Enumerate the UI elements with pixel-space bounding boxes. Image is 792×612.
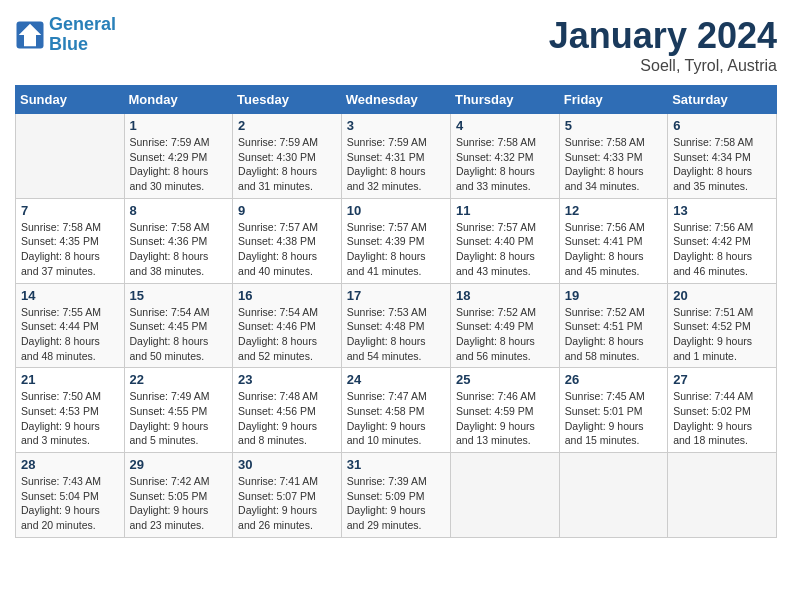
day-number: 15 bbox=[130, 288, 228, 303]
logo-line1: General bbox=[49, 14, 116, 34]
day-number: 16 bbox=[238, 288, 336, 303]
day-info: Sunrise: 7:58 AM Sunset: 4:32 PM Dayligh… bbox=[456, 135, 554, 194]
calendar-cell-2-1: 15Sunrise: 7:54 AM Sunset: 4:45 PM Dayli… bbox=[124, 283, 233, 368]
title-area: January 2024 Soell, Tyrol, Austria bbox=[549, 15, 777, 75]
calendar-cell-2-2: 16Sunrise: 7:54 AM Sunset: 4:46 PM Dayli… bbox=[233, 283, 342, 368]
calendar-cell-1-6: 13Sunrise: 7:56 AM Sunset: 4:42 PM Dayli… bbox=[668, 198, 777, 283]
calendar-cell-1-3: 10Sunrise: 7:57 AM Sunset: 4:39 PM Dayli… bbox=[341, 198, 450, 283]
day-info: Sunrise: 7:57 AM Sunset: 4:38 PM Dayligh… bbox=[238, 220, 336, 279]
weekday-header-wednesday: Wednesday bbox=[341, 86, 450, 114]
weekday-header-friday: Friday bbox=[559, 86, 667, 114]
calendar-cell-0-0 bbox=[16, 114, 125, 199]
calendar-row-0: 1Sunrise: 7:59 AM Sunset: 4:29 PM Daylig… bbox=[16, 114, 777, 199]
day-number: 17 bbox=[347, 288, 445, 303]
calendar-body: 1Sunrise: 7:59 AM Sunset: 4:29 PM Daylig… bbox=[16, 114, 777, 538]
day-number: 6 bbox=[673, 118, 771, 133]
day-info: Sunrise: 7:59 AM Sunset: 4:30 PM Dayligh… bbox=[238, 135, 336, 194]
logo-line2: Blue bbox=[49, 34, 88, 54]
day-info: Sunrise: 7:54 AM Sunset: 4:46 PM Dayligh… bbox=[238, 305, 336, 364]
calendar-cell-1-1: 8Sunrise: 7:58 AM Sunset: 4:36 PM Daylig… bbox=[124, 198, 233, 283]
day-number: 25 bbox=[456, 372, 554, 387]
day-number: 13 bbox=[673, 203, 771, 218]
day-info: Sunrise: 7:52 AM Sunset: 4:51 PM Dayligh… bbox=[565, 305, 662, 364]
day-number: 21 bbox=[21, 372, 119, 387]
calendar-cell-3-2: 23Sunrise: 7:48 AM Sunset: 4:56 PM Dayli… bbox=[233, 368, 342, 453]
calendar-cell-3-3: 24Sunrise: 7:47 AM Sunset: 4:58 PM Dayli… bbox=[341, 368, 450, 453]
calendar-cell-2-0: 14Sunrise: 7:55 AM Sunset: 4:44 PM Dayli… bbox=[16, 283, 125, 368]
day-info: Sunrise: 7:47 AM Sunset: 4:58 PM Dayligh… bbox=[347, 389, 445, 448]
day-info: Sunrise: 7:57 AM Sunset: 4:40 PM Dayligh… bbox=[456, 220, 554, 279]
calendar-table: SundayMondayTuesdayWednesdayThursdayFrid… bbox=[15, 85, 777, 538]
calendar-cell-3-6: 27Sunrise: 7:44 AM Sunset: 5:02 PM Dayli… bbox=[668, 368, 777, 453]
calendar-cell-3-4: 25Sunrise: 7:46 AM Sunset: 4:59 PM Dayli… bbox=[450, 368, 559, 453]
day-number: 18 bbox=[456, 288, 554, 303]
calendar-cell-2-4: 18Sunrise: 7:52 AM Sunset: 4:49 PM Dayli… bbox=[450, 283, 559, 368]
day-number: 26 bbox=[565, 372, 662, 387]
day-number: 10 bbox=[347, 203, 445, 218]
calendar-cell-2-6: 20Sunrise: 7:51 AM Sunset: 4:52 PM Dayli… bbox=[668, 283, 777, 368]
day-info: Sunrise: 7:59 AM Sunset: 4:29 PM Dayligh… bbox=[130, 135, 228, 194]
weekday-header-saturday: Saturday bbox=[668, 86, 777, 114]
day-number: 5 bbox=[565, 118, 662, 133]
day-number: 1 bbox=[130, 118, 228, 133]
calendar-cell-1-4: 11Sunrise: 7:57 AM Sunset: 4:40 PM Dayli… bbox=[450, 198, 559, 283]
day-info: Sunrise: 7:52 AM Sunset: 4:49 PM Dayligh… bbox=[456, 305, 554, 364]
day-number: 8 bbox=[130, 203, 228, 218]
day-info: Sunrise: 7:41 AM Sunset: 5:07 PM Dayligh… bbox=[238, 474, 336, 533]
weekday-header-thursday: Thursday bbox=[450, 86, 559, 114]
calendar-cell-4-0: 28Sunrise: 7:43 AM Sunset: 5:04 PM Dayli… bbox=[16, 453, 125, 538]
day-number: 12 bbox=[565, 203, 662, 218]
calendar-row-4: 28Sunrise: 7:43 AM Sunset: 5:04 PM Dayli… bbox=[16, 453, 777, 538]
calendar-title: January 2024 bbox=[549, 15, 777, 57]
logo-text: General Blue bbox=[49, 15, 116, 55]
day-number: 14 bbox=[21, 288, 119, 303]
logo-icon bbox=[15, 20, 45, 50]
day-number: 28 bbox=[21, 457, 119, 472]
weekday-header-tuesday: Tuesday bbox=[233, 86, 342, 114]
calendar-cell-1-5: 12Sunrise: 7:56 AM Sunset: 4:41 PM Dayli… bbox=[559, 198, 667, 283]
day-number: 30 bbox=[238, 457, 336, 472]
day-number: 22 bbox=[130, 372, 228, 387]
day-info: Sunrise: 7:57 AM Sunset: 4:39 PM Dayligh… bbox=[347, 220, 445, 279]
calendar-cell-0-3: 3Sunrise: 7:59 AM Sunset: 4:31 PM Daylig… bbox=[341, 114, 450, 199]
day-number: 31 bbox=[347, 457, 445, 472]
day-info: Sunrise: 7:48 AM Sunset: 4:56 PM Dayligh… bbox=[238, 389, 336, 448]
day-info: Sunrise: 7:43 AM Sunset: 5:04 PM Dayligh… bbox=[21, 474, 119, 533]
calendar-cell-1-2: 9Sunrise: 7:57 AM Sunset: 4:38 PM Daylig… bbox=[233, 198, 342, 283]
day-info: Sunrise: 7:44 AM Sunset: 5:02 PM Dayligh… bbox=[673, 389, 771, 448]
calendar-subtitle: Soell, Tyrol, Austria bbox=[549, 57, 777, 75]
calendar-cell-0-2: 2Sunrise: 7:59 AM Sunset: 4:30 PM Daylig… bbox=[233, 114, 342, 199]
day-info: Sunrise: 7:56 AM Sunset: 4:41 PM Dayligh… bbox=[565, 220, 662, 279]
day-info: Sunrise: 7:54 AM Sunset: 4:45 PM Dayligh… bbox=[130, 305, 228, 364]
calendar-row-1: 7Sunrise: 7:58 AM Sunset: 4:35 PM Daylig… bbox=[16, 198, 777, 283]
day-info: Sunrise: 7:42 AM Sunset: 5:05 PM Dayligh… bbox=[130, 474, 228, 533]
day-number: 27 bbox=[673, 372, 771, 387]
day-info: Sunrise: 7:49 AM Sunset: 4:55 PM Dayligh… bbox=[130, 389, 228, 448]
calendar-cell-3-5: 26Sunrise: 7:45 AM Sunset: 5:01 PM Dayli… bbox=[559, 368, 667, 453]
weekday-header-monday: Monday bbox=[124, 86, 233, 114]
calendar-cell-2-3: 17Sunrise: 7:53 AM Sunset: 4:48 PM Dayli… bbox=[341, 283, 450, 368]
day-number: 24 bbox=[347, 372, 445, 387]
day-number: 2 bbox=[238, 118, 336, 133]
calendar-cell-4-3: 31Sunrise: 7:39 AM Sunset: 5:09 PM Dayli… bbox=[341, 453, 450, 538]
day-number: 19 bbox=[565, 288, 662, 303]
day-number: 29 bbox=[130, 457, 228, 472]
day-info: Sunrise: 7:58 AM Sunset: 4:36 PM Dayligh… bbox=[130, 220, 228, 279]
day-info: Sunrise: 7:45 AM Sunset: 5:01 PM Dayligh… bbox=[565, 389, 662, 448]
day-info: Sunrise: 7:50 AM Sunset: 4:53 PM Dayligh… bbox=[21, 389, 119, 448]
weekday-header-row: SundayMondayTuesdayWednesdayThursdayFrid… bbox=[16, 86, 777, 114]
day-info: Sunrise: 7:46 AM Sunset: 4:59 PM Dayligh… bbox=[456, 389, 554, 448]
calendar-cell-3-0: 21Sunrise: 7:50 AM Sunset: 4:53 PM Dayli… bbox=[16, 368, 125, 453]
calendar-cell-3-1: 22Sunrise: 7:49 AM Sunset: 4:55 PM Dayli… bbox=[124, 368, 233, 453]
calendar-cell-0-4: 4Sunrise: 7:58 AM Sunset: 4:32 PM Daylig… bbox=[450, 114, 559, 199]
day-info: Sunrise: 7:39 AM Sunset: 5:09 PM Dayligh… bbox=[347, 474, 445, 533]
day-number: 7 bbox=[21, 203, 119, 218]
day-number: 4 bbox=[456, 118, 554, 133]
day-number: 9 bbox=[238, 203, 336, 218]
calendar-cell-4-1: 29Sunrise: 7:42 AM Sunset: 5:05 PM Dayli… bbox=[124, 453, 233, 538]
day-number: 20 bbox=[673, 288, 771, 303]
calendar-cell-1-0: 7Sunrise: 7:58 AM Sunset: 4:35 PM Daylig… bbox=[16, 198, 125, 283]
page-header: General Blue January 2024 Soell, Tyrol, … bbox=[15, 15, 777, 75]
calendar-cell-4-4 bbox=[450, 453, 559, 538]
day-info: Sunrise: 7:58 AM Sunset: 4:33 PM Dayligh… bbox=[565, 135, 662, 194]
